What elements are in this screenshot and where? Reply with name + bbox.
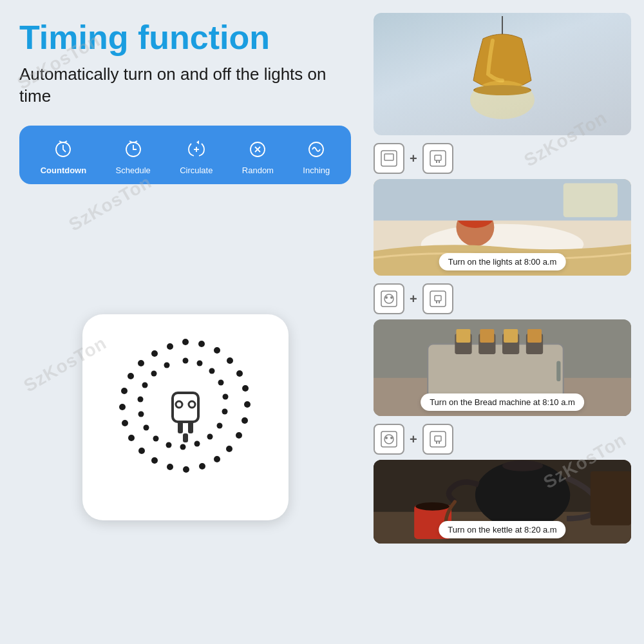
- timing-circulate[interactable]: Circulate: [180, 137, 213, 175]
- svg-point-110: [502, 460, 543, 471]
- svg-rect-66: [435, 155, 441, 160]
- plug-svg-3: [428, 430, 448, 449]
- svg-point-33: [138, 360, 144, 366]
- svg-point-108: [415, 502, 450, 511]
- svg-rect-81: [435, 296, 441, 301]
- svg-point-16: [236, 370, 243, 377]
- svg-point-98: [384, 435, 393, 444]
- svg-point-47: [153, 435, 158, 441]
- svg-rect-65: [430, 151, 446, 166]
- scenario-2-icons: +: [374, 283, 631, 314]
- device-card: [82, 314, 289, 520]
- svg-rect-83: [439, 301, 440, 303]
- main-title: Timing function: [19, 19, 351, 56]
- plus-2: +: [410, 292, 417, 307]
- switch-svg-1: [379, 149, 399, 168]
- timing-countdown[interactable]: Countdown: [41, 137, 86, 175]
- circulate-label: Circulate: [180, 166, 213, 175]
- svg-rect-82: [436, 301, 437, 303]
- plug-icon-box-3: [422, 424, 453, 455]
- svg-rect-63: [381, 151, 397, 166]
- schedule-icon: [121, 137, 146, 162]
- plus-1: +: [410, 151, 417, 166]
- countdown-label: Countdown: [41, 166, 86, 175]
- svg-rect-94: [527, 329, 542, 343]
- plug-icon-box-1: [422, 143, 453, 174]
- svg-point-79: [390, 296, 393, 299]
- svg-point-18: [244, 401, 251, 408]
- scenario-image-kettle: Turn on the kettle at 8:20 a.m: [374, 460, 631, 544]
- svg-point-58: [189, 401, 195, 408]
- svg-rect-56: [188, 422, 193, 433]
- svg-point-50: [137, 396, 143, 402]
- lamp-section: [374, 13, 631, 135]
- svg-line-4: [129, 141, 132, 142]
- svg-rect-101: [430, 431, 446, 447]
- svg-rect-64: [384, 154, 393, 160]
- svg-rect-75: [564, 184, 618, 218]
- timing-random[interactable]: Random: [242, 137, 274, 175]
- inching-icon: [304, 137, 328, 162]
- timing-schedule[interactable]: Schedule: [116, 137, 151, 175]
- svg-rect-80: [430, 291, 446, 307]
- countdown-icon: [51, 137, 75, 162]
- svg-point-12: [182, 339, 189, 345]
- plug-svg-2: [428, 289, 448, 308]
- svg-point-20: [236, 432, 242, 439]
- scenario-caption-kettle: Turn on the kettle at 8:20 a.m: [439, 521, 565, 538]
- svg-point-62: [470, 80, 535, 119]
- svg-rect-102: [435, 436, 441, 441]
- svg-rect-59: [183, 433, 188, 442]
- svg-point-38: [209, 368, 214, 374]
- timing-inching[interactable]: Inching: [303, 137, 330, 175]
- svg-point-21: [226, 446, 232, 452]
- svg-point-99: [385, 437, 388, 439]
- left-column: Timing function Automatically turn on an…: [0, 0, 367, 644]
- plug-svg-1: [428, 149, 448, 168]
- socket-svg-2: [379, 289, 399, 308]
- svg-point-48: [143, 424, 149, 430]
- svg-rect-95: [556, 361, 560, 381]
- schedule-label: Schedule: [116, 166, 151, 175]
- scenario-3-icons: +: [374, 424, 631, 455]
- svg-point-30: [119, 404, 126, 410]
- main-container: SzKosTon SzKosTon SzKosTon SzKosTon SzKo…: [0, 0, 644, 644]
- svg-rect-68: [439, 160, 440, 163]
- svg-rect-91: [456, 329, 470, 343]
- scenario-bedroom: +: [374, 143, 631, 276]
- switch-icon-box-1: [374, 143, 404, 174]
- lamp-container: [374, 13, 631, 135]
- socket-icon-box-3: [374, 424, 404, 455]
- svg-point-40: [222, 393, 228, 399]
- svg-point-51: [142, 382, 147, 388]
- scenario-image-bedroom: Turn on the lights at 8:00 a.m: [374, 179, 631, 276]
- svg-point-22: [214, 456, 220, 462]
- svg-point-23: [199, 463, 205, 469]
- svg-point-26: [151, 457, 158, 464]
- right-column: +: [367, 0, 644, 644]
- svg-point-13: [198, 341, 205, 347]
- plug-icon-svg: [160, 386, 211, 448]
- svg-point-52: [151, 370, 156, 376]
- scenario-1-icons: +: [374, 143, 631, 174]
- scenario-toaster: +: [374, 283, 631, 416]
- title-section: Timing function Automatically turn on an…: [19, 19, 351, 108]
- timing-panel: Countdown Schedule: [19, 126, 351, 184]
- svg-point-37: [196, 360, 202, 366]
- svg-line-5: [135, 141, 137, 142]
- svg-point-19: [242, 417, 248, 424]
- svg-point-27: [138, 448, 145, 454]
- svg-point-53: [164, 362, 169, 368]
- plus-3: +: [410, 432, 417, 447]
- svg-point-32: [128, 373, 134, 379]
- random-label: Random: [242, 166, 274, 175]
- svg-rect-76: [381, 291, 397, 307]
- svg-point-14: [214, 347, 220, 354]
- circulate-icon: [184, 137, 209, 162]
- svg-rect-111: [591, 471, 631, 526]
- svg-point-34: [151, 350, 158, 357]
- scenario-image-toaster: Turn on the Bread machine at 8:10 a.m: [374, 319, 631, 416]
- socket-svg-3: [379, 430, 399, 449]
- svg-point-24: [183, 466, 189, 473]
- svg-point-35: [167, 343, 173, 350]
